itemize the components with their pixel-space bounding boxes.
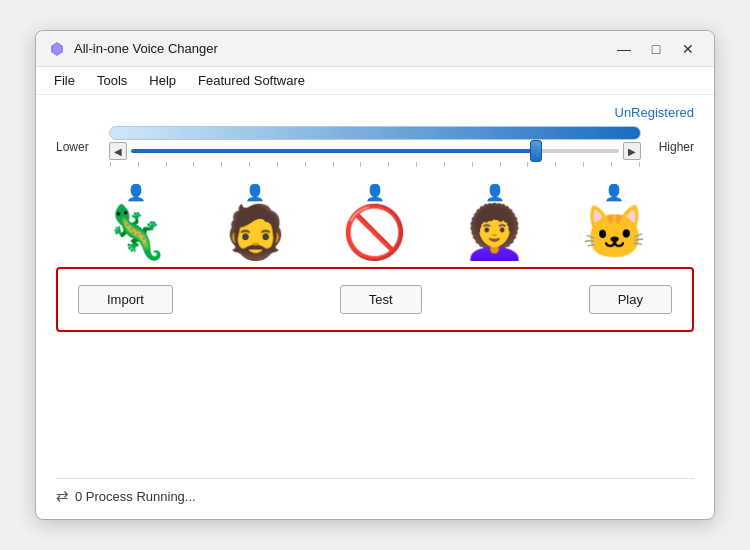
slider-ticks	[109, 162, 641, 167]
slider-track-filled	[131, 149, 536, 153]
maximize-button[interactable]: □	[642, 35, 670, 63]
avatar-cat[interactable]: 👤 🐱	[582, 183, 647, 258]
avatar-block-emoji: 🚫	[342, 206, 407, 258]
slider-left-arrow[interactable]: ◀	[109, 142, 127, 160]
avatar-cat-pin: 👤	[604, 183, 624, 202]
tick	[472, 162, 473, 167]
tick	[583, 162, 584, 167]
avatar-woman[interactable]: 👤 👩‍🦱	[462, 183, 527, 258]
action-buttons-section: Import Test Play	[56, 267, 694, 332]
process-icon: ⇄	[56, 487, 69, 505]
tick	[277, 162, 278, 167]
avatar-man[interactable]: 👤 🧔	[223, 183, 288, 258]
tick	[166, 162, 167, 167]
tick	[527, 162, 528, 167]
tick	[388, 162, 389, 167]
registration-status[interactable]: UnRegistered	[56, 105, 694, 120]
tick	[110, 162, 111, 167]
tick	[305, 162, 306, 167]
avatar-block-pin: 👤	[365, 183, 385, 202]
menu-help[interactable]: Help	[139, 69, 186, 92]
slider-track	[131, 149, 619, 153]
import-button[interactable]: Import	[78, 285, 173, 314]
main-window: All-in-one Voice Changer — □ ✕ File Tool…	[35, 30, 715, 520]
avatar-cat-emoji: 🐱	[582, 206, 647, 258]
tick	[221, 162, 222, 167]
avatar-woman-emoji: 👩‍🦱	[462, 206, 527, 258]
window-title: All-in-one Voice Changer	[74, 41, 610, 56]
tick	[555, 162, 556, 167]
tick	[138, 162, 139, 167]
close-button[interactable]: ✕	[674, 35, 702, 63]
menu-bar: File Tools Help Featured Software	[36, 67, 714, 95]
title-bar: All-in-one Voice Changer — □ ✕	[36, 31, 714, 67]
pitch-lower-label: Lower	[56, 140, 101, 154]
minimize-button[interactable]: —	[610, 35, 638, 63]
pitch-slider-container: ◀ ▶	[109, 126, 641, 167]
avatar-woman-pin: 👤	[485, 183, 505, 202]
menu-file[interactable]: File	[44, 69, 85, 92]
tick	[249, 162, 250, 167]
process-status-text: 0 Process Running...	[75, 489, 196, 504]
slider-track-wrapper[interactable]	[131, 142, 619, 160]
tick	[611, 162, 612, 167]
tick	[193, 162, 194, 167]
pitch-higher-label: Higher	[649, 140, 694, 154]
window-controls: — □ ✕	[610, 35, 702, 63]
avatar-section: 👤 🦎 👤 🧔 👤 🚫 👤 👩‍🦱 👤 🐱	[56, 173, 694, 263]
app-icon	[48, 40, 66, 58]
status-bar: ⇄ 0 Process Running...	[56, 478, 694, 509]
play-button[interactable]: Play	[589, 285, 672, 314]
pitch-section: Lower ◀ ▶	[56, 126, 694, 167]
avatar-block[interactable]: 👤 🚫	[342, 183, 407, 258]
tick	[500, 162, 501, 167]
tick	[360, 162, 361, 167]
content-area: UnRegistered Lower ◀ ▶	[36, 95, 714, 519]
test-button[interactable]: Test	[340, 285, 422, 314]
avatar-dragon-emoji: 🦎	[103, 206, 168, 258]
tick	[444, 162, 445, 167]
tick	[639, 162, 640, 167]
tick	[416, 162, 417, 167]
menu-tools[interactable]: Tools	[87, 69, 137, 92]
avatar-man-pin: 👤	[245, 183, 265, 202]
avatar-dragon[interactable]: 👤 🦎	[103, 183, 168, 258]
avatar-dragon-pin: 👤	[126, 183, 146, 202]
avatar-man-emoji: 🧔	[223, 206, 288, 258]
pitch-gradient-bar	[109, 126, 641, 140]
slider-row: ◀ ▶	[109, 142, 641, 160]
menu-featured-software[interactable]: Featured Software	[188, 69, 315, 92]
tick	[333, 162, 334, 167]
slider-right-arrow[interactable]: ▶	[623, 142, 641, 160]
slider-thumb[interactable]	[530, 140, 542, 162]
